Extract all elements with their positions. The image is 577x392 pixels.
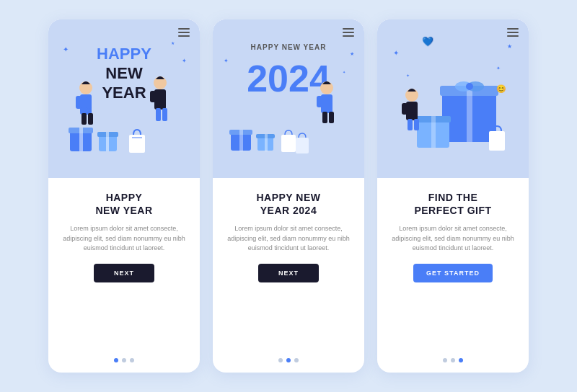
illustration-svg-1: HAPPY NEW YEAR ✦ ✦ ★ — [48, 19, 200, 178]
screen-1: HAPPY NEW YEAR ✦ ✦ ★ — [48, 19, 200, 373]
illustration-3: ✦ ★ ✦ ✦ 💙 😊 — [377, 19, 529, 178]
svg-text:✦: ✦ — [63, 45, 69, 53]
svg-text:★: ★ — [507, 43, 512, 50]
menu-icon-3[interactable] — [507, 28, 519, 37]
dot-1 — [114, 358, 118, 362]
svg-rect-37 — [322, 112, 327, 123]
svg-rect-45 — [281, 135, 296, 152]
illustration-2: HAPPY NEW YEAR 2024 ✦ ★ ✦ — [213, 19, 364, 178]
svg-text:💙: 💙 — [422, 35, 434, 48]
svg-rect-69 — [414, 119, 419, 130]
screen-3-get-started-button[interactable]: GET STARTED — [413, 264, 493, 282]
screen-2-desc: Lorem ipsum dolor sit amet consecte, adi… — [224, 224, 353, 254]
svg-rect-38 — [329, 112, 334, 123]
menu-icon-2[interactable] — [343, 28, 354, 37]
svg-rect-23 — [156, 108, 161, 121]
dot-3 — [294, 358, 299, 362]
svg-rect-44 — [265, 134, 268, 151]
screen-1-content: HAPPYNEW YEAR Lorem ipsum dolor sit amet… — [48, 178, 200, 373]
dot-3 — [130, 358, 134, 362]
svg-text:✦: ✦ — [224, 58, 229, 64]
screen-2-content: HAPPY NEWYEAR 2024 Lorem ipsum dolor sit… — [213, 178, 364, 373]
screen-3-content: FIND THEPERFECT GIFT Lorem ipsum dolor s… — [377, 178, 529, 373]
svg-rect-35 — [317, 96, 322, 107]
svg-text:✦: ✦ — [406, 74, 410, 78]
svg-point-53 — [466, 83, 473, 90]
dot-2 — [451, 358, 455, 362]
svg-rect-41 — [239, 130, 243, 151]
svg-text:✦: ✦ — [393, 49, 399, 57]
svg-text:NEW: NEW — [105, 64, 143, 82]
screen-2: HAPPY NEW YEAR 2024 ✦ ★ ✦ — [213, 19, 364, 373]
svg-rect-46 — [296, 138, 309, 153]
screen-2-next-button[interactable]: NEXT — [258, 264, 319, 282]
illustration-svg-2: HAPPY NEW YEAR 2024 ✦ ★ ✦ — [213, 19, 364, 178]
screen-3-dots — [443, 358, 463, 362]
dot-2 — [286, 358, 291, 362]
screen-1-dots — [114, 358, 134, 362]
screen-1-next-button[interactable]: NEXT — [94, 264, 154, 282]
screen-1-desc: Lorem ipsum dolor sit amet consecte, adi… — [60, 224, 188, 254]
svg-rect-67 — [412, 103, 418, 115]
svg-text:😊: 😊 — [496, 84, 506, 94]
screen-3: ✦ ★ ✦ ✦ 💙 😊 FIND THEPERFECT — [377, 19, 529, 373]
dot-3 — [459, 358, 463, 362]
svg-rect-21 — [150, 91, 156, 102]
svg-text:HAPPY NEW YEAR: HAPPY NEW YEAR — [251, 43, 327, 51]
svg-rect-15 — [76, 96, 82, 109]
svg-rect-9 — [79, 128, 83, 151]
svg-rect-24 — [162, 108, 167, 121]
svg-text:✦: ✦ — [343, 70, 345, 74]
svg-rect-22 — [160, 91, 166, 102]
svg-text:★: ★ — [171, 41, 175, 45]
svg-rect-50 — [467, 86, 472, 142]
svg-text:YEAR: YEAR — [102, 84, 146, 102]
svg-rect-16 — [86, 96, 92, 109]
screen-1-title: HAPPYNEW YEAR — [95, 191, 152, 217]
dot-2 — [122, 358, 126, 362]
screen-3-desc: Lorem ipsum dolor sit amet consecte, adi… — [389, 224, 517, 254]
screen-2-dots — [278, 358, 299, 362]
svg-rect-18 — [88, 113, 93, 125]
svg-rect-26 — [132, 137, 142, 138]
svg-rect-17 — [82, 113, 87, 125]
svg-rect-63 — [489, 131, 505, 151]
svg-text:★: ★ — [350, 51, 354, 56]
screen-2-title: HAPPY NEWYEAR 2024 — [256, 191, 320, 217]
menu-icon[interactable] — [178, 28, 190, 37]
svg-rect-68 — [408, 119, 413, 130]
svg-rect-56 — [431, 116, 436, 148]
svg-rect-36 — [327, 96, 332, 107]
svg-text:✦: ✦ — [496, 66, 501, 71]
svg-rect-66 — [402, 103, 408, 115]
illustration-1: HAPPY NEW YEAR ✦ ✦ ★ — [48, 19, 200, 178]
dot-1 — [278, 358, 283, 362]
screen-3-title: FIND THEPERFECT GIFT — [414, 191, 491, 217]
svg-text:2024: 2024 — [247, 58, 330, 99]
svg-text:✦: ✦ — [182, 58, 187, 64]
screens-container: HAPPY NEW YEAR ✦ ✦ ★ — [34, 5, 543, 387]
svg-text:HAPPY: HAPPY — [97, 45, 151, 63]
illustration-svg-3: ✦ ★ ✦ ✦ 💙 😊 — [377, 19, 529, 178]
dot-1 — [443, 358, 447, 362]
svg-rect-12 — [106, 132, 109, 151]
